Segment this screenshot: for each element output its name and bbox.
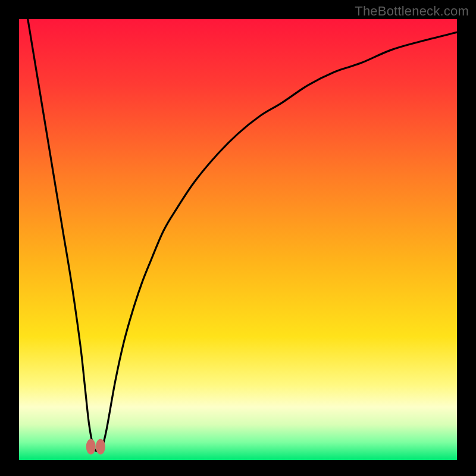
chart-frame: TheBottleneck.com bbox=[0, 0, 476, 476]
minimum-marker bbox=[86, 439, 96, 455]
minimum-marker bbox=[96, 439, 105, 455]
watermark-text: TheBottleneck.com bbox=[355, 4, 469, 19]
bottleneck-plot bbox=[0, 0, 476, 476]
